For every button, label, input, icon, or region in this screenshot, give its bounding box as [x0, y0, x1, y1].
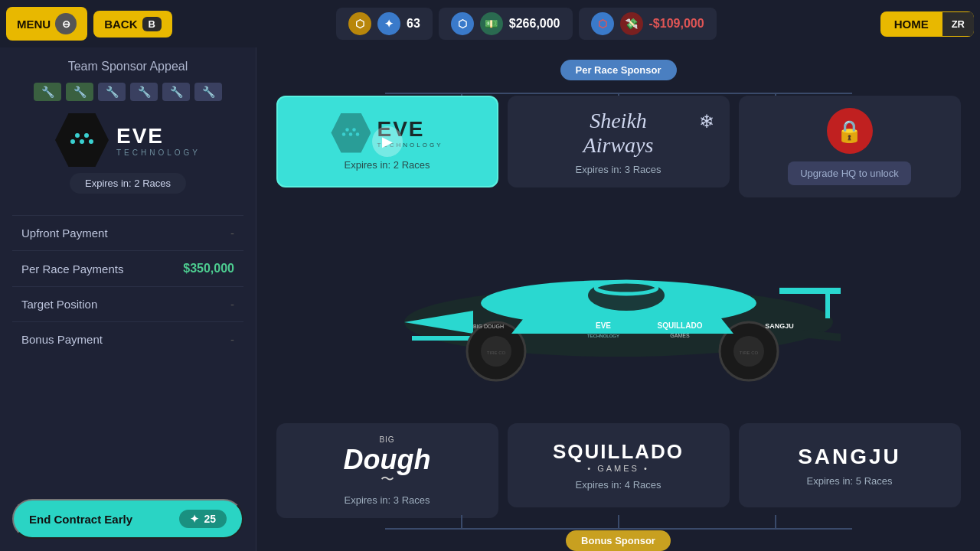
appeal-icon-6: 🔧 — [194, 83, 222, 101]
target-position-row: Target Position - — [12, 286, 243, 321]
svg-point-4 — [89, 139, 93, 144]
settings2-icon: ⬡ — [591, 12, 614, 35]
eve-sub: TECHNOLOGY — [116, 148, 201, 157]
sangju-expires: Expires in: 5 Races — [807, 475, 893, 487]
money-icon: 💵 — [480, 12, 503, 35]
svg-text:SQUILLADO: SQUILLADO — [657, 321, 702, 330]
svg-point-2 — [70, 139, 75, 144]
per-race-label-container: Per Race Sponsor — [256, 60, 980, 80]
bonus-label: Bonus Payment — [21, 333, 103, 346]
expires-badge: Expires in: 2 Races — [70, 173, 186, 194]
target-label: Target Position — [21, 298, 97, 311]
eve-name: EVE — [116, 124, 201, 148]
snowflake-icon: ❄ — [699, 111, 714, 132]
end-contract-button[interactable]: End Contract Early ✦ 25 — [12, 499, 243, 539]
squillado-text: SQUILLADO • GAMES • — [553, 440, 684, 473]
svg-point-13 — [356, 132, 360, 136]
settings-icon: ⬡ — [451, 12, 474, 35]
appeal-icon-4: 🔧 — [130, 83, 158, 101]
squillado-expires: Expires in: 4 Races — [576, 479, 662, 491]
eve-sponsor-card[interactable]: ▶ EVE T — [276, 96, 498, 187]
eve-logo: EVE TECHNOLOGY — [55, 113, 201, 167]
bottom-connector-svg — [385, 521, 852, 536]
svg-text:EVE: EVE — [595, 321, 610, 330]
prestige-icon: ⬡ — [348, 12, 371, 35]
per-race-row: Per Race Payments $350,000 — [12, 250, 243, 286]
svg-point-10 — [353, 128, 357, 132]
money-stat: ⬡ 💵 $266,000 — [439, 8, 573, 40]
prestige-stat: ⬡ ✦ 63 — [336, 8, 433, 40]
right-panel: Per Race Sponsor ▶ — [256, 47, 980, 551]
home-label: HOME — [880, 11, 942, 37]
svg-text:TECHNOLOGY: TECHNOLOGY — [586, 334, 619, 338]
svg-text:SANGJU: SANGJU — [765, 322, 794, 330]
sheikh-card-expires: Expires in: 3 Races — [576, 164, 662, 175]
svg-point-9 — [346, 128, 350, 132]
home-button[interactable]: HOME ZR — [880, 11, 974, 37]
top-bar: MENU ⊖ BACK B ⬡ ✦ 63 ⬡ 💵 $266,000 ⬡ 💸 -$… — [0, 0, 980, 47]
bigdough-expires: Expires in: 3 Races — [345, 494, 430, 506]
svg-point-0 — [75, 133, 80, 138]
menu-label: MENU — [17, 18, 51, 31]
sponsor-cards-bottom: BIG Dough 〜 Expires in: 3 Races SQUILLAD… — [256, 423, 980, 527]
play-overlay: ▶ — [372, 126, 403, 157]
svg-text:GAMES: GAMES — [670, 333, 690, 338]
bigdough-big: BIG — [344, 435, 431, 444]
bigdough-text: BIG Dough 〜 — [344, 435, 431, 488]
end-contract-cost: 25 — [204, 513, 216, 525]
end-contract-cost-badge: ✦ 25 — [179, 510, 227, 528]
squillado-name: SQUILLADO — [553, 440, 684, 464]
panel-title: Team Sponsor Appeal — [68, 60, 188, 73]
eve-card-expires: Expires in: 2 Races — [345, 159, 430, 171]
upgrade-hq-label: Upgrade HQ to unlock — [788, 161, 911, 185]
bonus-payment-row: Bonus Payment - — [12, 321, 243, 357]
appeal-icon-2: 🔧 — [66, 83, 93, 101]
back-label: BACK — [104, 18, 137, 31]
appeal-icon-3: 🔧 — [98, 83, 126, 101]
upfront-payment-row: Upfront Payment - — [12, 215, 243, 250]
bottom-sponsors-section: BIG Dough 〜 Expires in: 3 Races SQUILLAD… — [256, 431, 980, 551]
bonus-label-container: Bonus Sponsor — [256, 530, 980, 551]
menu-icon: ⊖ — [55, 13, 77, 34]
appeal-icons: 🔧 🔧 🔧 🔧 🔧 🔧 — [34, 83, 222, 101]
back-badge: B — [142, 17, 162, 31]
upfront-value: - — [230, 227, 234, 240]
menu-button[interactable]: MENU ⊖ — [6, 7, 87, 41]
home-badge: ZR — [942, 12, 974, 36]
svg-point-11 — [342, 132, 346, 136]
eve-hex-icon — [55, 113, 109, 167]
debt-value: -$109,000 — [649, 17, 704, 31]
per-race-section-label: Per Race Sponsor — [560, 60, 677, 80]
eve-text-block: EVE TECHNOLOGY — [116, 124, 201, 157]
squillado-sub: • GAMES • — [553, 464, 684, 473]
upfront-label: Upfront Payment — [21, 227, 108, 240]
bigdough-sponsor-card[interactable]: BIG Dough 〜 Expires in: 3 Races — [276, 423, 498, 518]
prestige-value: 63 — [407, 17, 420, 31]
star-icon: ✦ — [377, 12, 400, 35]
svg-text:BIG DOUGH: BIG DOUGH — [472, 324, 503, 329]
sangju-sponsor-card[interactable]: SANGJU Expires in: 5 Races — [739, 423, 961, 507]
svg-point-12 — [349, 132, 353, 136]
svg-text:TIRE CO: TIRE CO — [739, 350, 758, 355]
svg-rect-16 — [779, 288, 841, 294]
debt-icon: 💸 — [620, 12, 643, 35]
locked-sponsor-card[interactable]: 🔒 Upgrade HQ to unlock — [739, 96, 961, 197]
appeal-icon-5: 🔧 — [162, 83, 190, 101]
per-race-label: Per Race Payments — [21, 262, 123, 276]
target-value: - — [230, 298, 234, 311]
sangju-text: SANGJU — [798, 445, 901, 469]
sheikh-text: SheikhAirways — [583, 109, 654, 158]
svg-point-1 — [84, 133, 89, 138]
appeal-icon-1: 🔧 — [34, 83, 61, 101]
squillado-sponsor-card[interactable]: SQUILLADO • GAMES • Expires in: 4 Races — [508, 423, 730, 507]
eve-card-hex — [331, 113, 371, 153]
sheikh-sponsor-card[interactable]: ❄ SheikhAirways Expires in: 3 Races — [508, 96, 730, 187]
lock-icon: 🔒 — [827, 108, 873, 154]
svg-text:TIRE CO: TIRE CO — [486, 350, 505, 355]
top-sponsors-section: Per Race Sponsor ▶ — [256, 47, 980, 197]
sponsor-logo-area: EVE TECHNOLOGY Expires in: 2 Races — [55, 113, 201, 206]
back-button[interactable]: BACK B — [93, 11, 172, 37]
money-value: $266,000 — [509, 17, 560, 31]
car-svg: EVE TECHNOLOGY SQUILLADO GAMES SANGJU BI… — [351, 223, 887, 399]
car-area: EVE TECHNOLOGY SQUILLADO GAMES SANGJU BI… — [256, 190, 980, 431]
